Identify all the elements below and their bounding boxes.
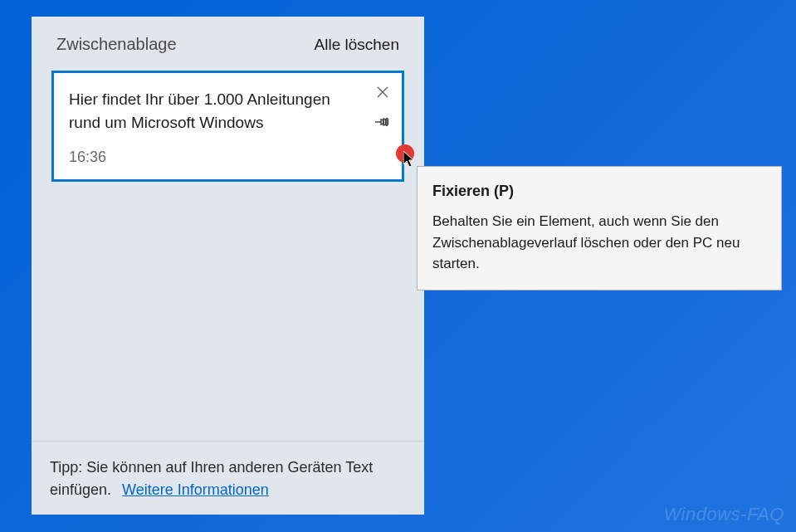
pin-tooltip: Fixieren (P) Behalten Sie ein Element, a… [417, 166, 782, 290]
clear-all-button[interactable]: Alle löschen [315, 36, 399, 54]
panel-footer: Tipp: Sie können auf Ihren anderen Gerät… [32, 441, 424, 515]
clipboard-panel: Zwischenablage Alle löschen Hier findet … [32, 17, 424, 515]
clipboard-item-actions [375, 85, 390, 129]
cursor-icon [403, 151, 417, 173]
tooltip-title: Fixieren (P) [432, 180, 766, 203]
more-info-link[interactable]: Weitere Informationen [122, 481, 269, 498]
panel-body: Hier findet Ihr über 1.000 Anleitungen r… [32, 62, 424, 441]
clipboard-item-text: Hier findet Ihr über 1.000 Anleitungen r… [69, 88, 335, 134]
clipboard-item-time: 16:36 [69, 149, 387, 166]
panel-title: Zwischenablage [56, 35, 177, 54]
panel-header: Zwischenablage Alle löschen [32, 17, 424, 62]
clipboard-item[interactable]: Hier findet Ihr über 1.000 Anleitungen r… [51, 71, 404, 182]
close-icon[interactable] [375, 85, 390, 100]
watermark: Windows-FAQ [664, 504, 784, 525]
tooltip-body: Behalten Sie ein Element, auch wenn Sie … [432, 211, 766, 275]
pin-icon[interactable] [375, 115, 390, 129]
